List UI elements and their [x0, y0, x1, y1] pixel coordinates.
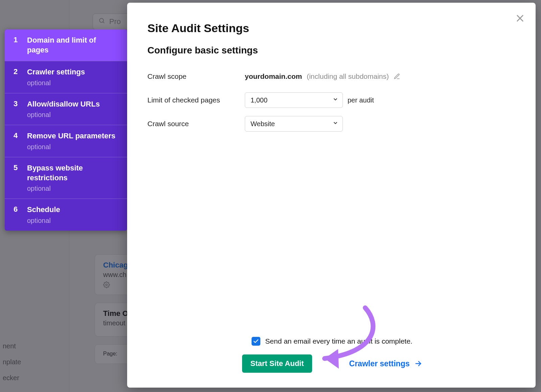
edit-icon[interactable] — [394, 73, 400, 80]
basic-settings-form: Crawl scope yourdomain.com (including al… — [147, 67, 517, 138]
wizard-step-number: 2 — [14, 67, 20, 87]
email-notify-label: Send an email every time an audit is com… — [265, 337, 412, 345]
site-audit-settings-modal: Site Audit Settings Configure basic sett… — [127, 3, 536, 388]
wizard-step-schedule[interactable]: 6 Schedule optional — [5, 199, 127, 231]
crawl-scope-domain: yourdomain.com — [245, 72, 302, 80]
wizard-step-optional: optional — [27, 79, 119, 87]
modal-subtitle: Configure basic settings — [147, 45, 517, 56]
limit-pages-select[interactable]: 1,000 — [245, 92, 343, 108]
start-site-audit-button[interactable]: Start Site Audit — [242, 354, 312, 373]
crawler-settings-link[interactable]: Crawler settings — [349, 359, 422, 368]
row-crawl-scope: Crawl scope yourdomain.com (including al… — [147, 67, 517, 86]
row-limit-pages: Limit of checked pages 1,000 per audit — [147, 91, 517, 109]
wizard-step-remove-url-parameters[interactable]: 4 Remove URL parameters optional — [5, 125, 127, 157]
wizard-step-allow-disallow-urls[interactable]: 3 Allow/disallow URLs optional — [5, 93, 127, 125]
wizard-step-title: Bypass website restrictions — [27, 163, 119, 183]
crawl-source-select[interactable]: Website — [245, 116, 343, 132]
crawl-source-value: Website — [251, 120, 275, 128]
chevron-down-icon — [332, 120, 338, 128]
arrow-right-icon — [415, 360, 422, 367]
email-notify-row: Send an email every time an audit is com… — [252, 337, 412, 346]
email-notify-checkbox[interactable] — [252, 337, 260, 346]
wizard-step-title: Schedule — [27, 205, 119, 215]
wizard-step-domain-limit[interactable]: 1 Domain and limit of pages — [5, 29, 127, 61]
wizard-steps: 1 Domain and limit of pages 2 Crawler se… — [5, 29, 127, 231]
wizard-step-number: 6 — [14, 205, 20, 225]
wizard-step-number: 4 — [14, 131, 20, 151]
crawl-scope-hint: (including all subdomains) — [307, 72, 389, 80]
wizard-step-optional: optional — [27, 111, 119, 119]
wizard-step-number: 5 — [14, 163, 20, 192]
label-crawl-scope: Crawl scope — [147, 72, 245, 80]
label-limit-pages: Limit of checked pages — [147, 96, 245, 104]
wizard-step-bypass-restrictions[interactable]: 5 Bypass website restrictions optional — [5, 157, 127, 199]
row-crawl-source: Crawl source Website — [147, 115, 517, 133]
chevron-down-icon — [332, 96, 338, 104]
label-crawl-source: Crawl source — [147, 120, 245, 128]
wizard-step-optional: optional — [27, 217, 119, 225]
limit-pages-suffix: per audit — [348, 96, 374, 104]
wizard-step-number: 3 — [14, 99, 20, 119]
footer-actions: Start Site Audit Crawler settings — [242, 354, 422, 373]
modal-footer: Send an email every time an audit is com… — [147, 337, 517, 373]
wizard-step-title: Crawler settings — [27, 67, 119, 77]
wizard-step-crawler-settings[interactable]: 2 Crawler settings optional — [5, 61, 127, 93]
modal-title: Site Audit Settings — [147, 22, 517, 35]
wizard-step-number: 1 — [14, 36, 20, 55]
wizard-step-optional: optional — [27, 143, 119, 151]
crawler-settings-link-label: Crawler settings — [349, 359, 410, 368]
wizard-step-title: Allow/disallow URLs — [27, 99, 119, 109]
wizard-step-title: Remove URL parameters — [27, 131, 119, 141]
limit-pages-value: 1,000 — [251, 96, 267, 104]
wizard-step-title: Domain and limit of pages — [27, 36, 119, 55]
close-button[interactable] — [514, 12, 526, 24]
wizard-step-optional: optional — [27, 185, 119, 192]
